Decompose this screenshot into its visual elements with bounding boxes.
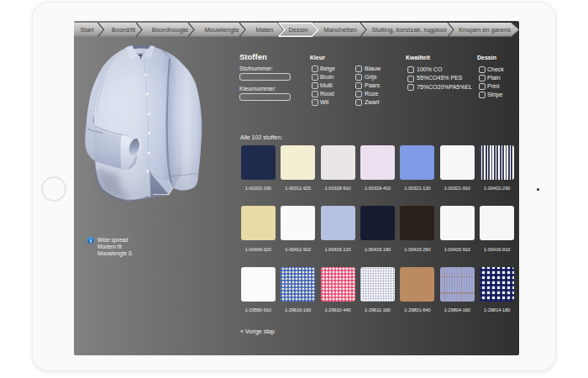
svg-text:Boordhoogte: Boordhoogte: [152, 26, 189, 34]
svg-text:Start: Start: [80, 26, 94, 34]
svg-text:Knopen en garens: Knopen en garens: [459, 26, 511, 34]
svg-text:Manchetten: Manchetten: [323, 26, 357, 34]
svg-text:Sluiting, borstzak, rugplooi: Sluiting, borstzak, rugplooi: [371, 26, 446, 34]
svg-text:Dessin: Dessin: [288, 26, 307, 34]
svg-text:Boord/fit: Boord/fit: [112, 26, 136, 34]
svg-text:Mouwlengte: Mouwlengte: [205, 26, 239, 34]
svg-text:Maten: Maten: [255, 26, 273, 34]
svg-text:i: i: [90, 238, 92, 244]
